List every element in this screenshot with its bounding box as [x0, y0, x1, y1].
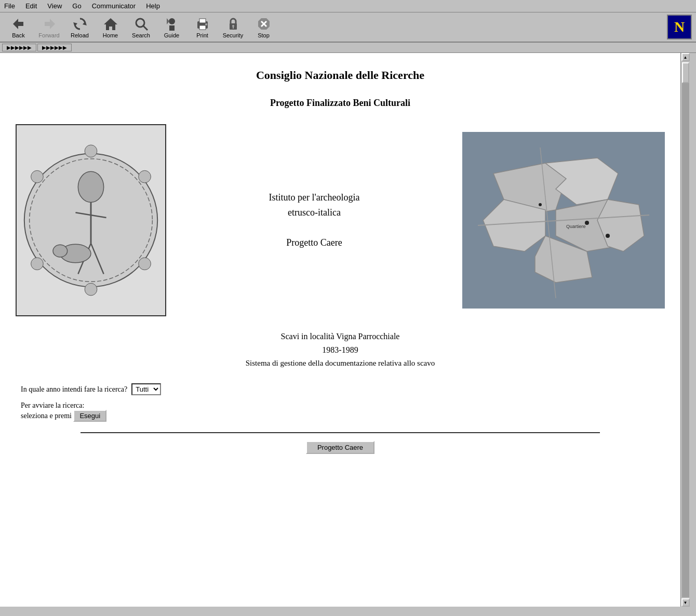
security-icon: [225, 16, 242, 32]
svg-point-29: [53, 245, 68, 257]
svg-point-32: [31, 258, 44, 270]
page-subtitle: Progetto Finalizzato Beni Culturali: [16, 98, 665, 109]
prompt-text: Per avviare la ricerca: seleziona e prem…: [21, 401, 106, 422]
security-label: Security: [223, 32, 244, 38]
center-text: Istituto per l'archeologia etrusco-itali…: [258, 190, 370, 250]
esegui-button[interactable]: Esegui: [73, 410, 106, 422]
search-icon: [133, 16, 150, 32]
page-title: Consiglio Nazionale delle Ricerche: [16, 69, 665, 82]
scavi-text-line2: 1983-1989: [16, 345, 665, 355]
svg-point-35: [85, 283, 97, 296]
home-button[interactable]: Home: [96, 15, 125, 39]
content-area: Consiglio Nazionale delle Ricerche Proge…: [0, 53, 680, 607]
toolbar: Back Forward Reload Home: [0, 12, 696, 43]
stop-button[interactable]: Stop: [249, 15, 278, 39]
location-tabs: ▶▶▶▶▶▶ ▶▶▶▶▶▶: [2, 44, 72, 51]
forward-icon: [41, 16, 58, 32]
menu-edit[interactable]: Edit: [23, 1, 39, 11]
stop-label: Stop: [258, 32, 270, 38]
svg-point-33: [139, 258, 151, 270]
svg-point-23: [78, 171, 103, 202]
guide-button[interactable]: Guide: [157, 15, 186, 39]
location-bar: ▶▶▶▶▶▶ ▶▶▶▶▶▶: [0, 43, 696, 53]
svg-text:Quartiere: Quartiere: [566, 224, 586, 229]
prompt-line2: seleziona e premi: [21, 412, 72, 420]
home-label: Home: [103, 32, 118, 38]
middle-section: Istituto per l'archeologia etrusco-itali…: [16, 124, 665, 316]
svg-marker-2: [83, 21, 87, 25]
search-label: Search: [132, 32, 150, 38]
menu-view[interactable]: View: [45, 1, 64, 11]
stop-icon: [256, 16, 272, 32]
bottom-button-area: Progetto Caere: [16, 441, 665, 454]
svg-point-7: [169, 18, 175, 24]
svg-marker-9: [167, 18, 169, 24]
svg-line-6: [143, 26, 148, 30]
progetto-caere-button[interactable]: Progetto Caere: [306, 441, 374, 454]
progetto-caere-text: Progetto Caere: [269, 235, 359, 250]
netscape-logo: N: [667, 15, 692, 39]
institute-line1: Istituto per l'archeologia: [269, 190, 359, 205]
menu-file[interactable]: File: [2, 1, 17, 11]
menu-go[interactable]: Go: [70, 1, 83, 11]
guide-label: Guide: [164, 32, 179, 38]
forward-button[interactable]: Forward: [35, 15, 63, 39]
svg-point-31: [139, 170, 151, 183]
institute-line2: etrusco-italica: [269, 205, 359, 220]
svg-rect-11: [199, 19, 206, 23]
reload-label: Reload: [71, 32, 89, 38]
scrollbar-thumb[interactable]: [682, 62, 689, 83]
browser-window: Consiglio Nazionale delle Ricerche Proge…: [0, 53, 696, 607]
svg-point-48: [539, 203, 542, 206]
svg-rect-8: [169, 25, 175, 31]
prompt-row: Per avviare la ricerca: seleziona e prem…: [21, 401, 665, 422]
print-button[interactable]: Print: [188, 15, 217, 39]
location-tab-1[interactable]: ▶▶▶▶▶▶: [2, 44, 36, 51]
question-row: In quale anno intendi fare la ricerca? T…: [21, 383, 665, 395]
menu-bar: File Edit View Go Communicator Help: [0, 0, 696, 12]
svg-point-34: [85, 145, 97, 157]
back-label: Back: [12, 32, 24, 38]
menu-communicator[interactable]: Communicator: [90, 1, 138, 11]
forward-label: Forward: [38, 32, 59, 38]
svg-point-30: [31, 170, 44, 183]
security-button[interactable]: Security: [219, 15, 247, 39]
divider-line: [81, 432, 600, 433]
search-button[interactable]: Search: [127, 15, 155, 39]
scrollbar-track[interactable]: [682, 62, 689, 597]
year-select[interactable]: Tutti 1983 1984 1985 1986 1987 1988 1989: [131, 383, 161, 395]
svg-marker-3: [73, 22, 77, 26]
sistema-text: Sistema di gestione della documentazione…: [16, 359, 665, 368]
back-button[interactable]: Back: [4, 15, 33, 39]
svg-point-15: [232, 25, 234, 27]
scrollbar: ▲ ▼: [680, 53, 690, 607]
menu-help[interactable]: Help: [144, 1, 162, 11]
print-label: Print: [196, 32, 208, 38]
map-image: Quartiere: [462, 132, 665, 309]
svg-rect-12: [199, 25, 206, 30]
scavi-text-line1: Scavi in località Vigna Parrocchiale: [16, 332, 665, 341]
form-area: In quale anno intendi fare la ricerca? T…: [21, 383, 665, 422]
scroll-up-button[interactable]: ▲: [681, 53, 690, 61]
location-tab-2[interactable]: ▶▶▶▶▶▶: [37, 44, 72, 51]
scroll-down-button[interactable]: ▼: [681, 598, 690, 607]
svg-point-5: [136, 19, 144, 27]
svg-point-13: [205, 23, 207, 25]
etruscan-image: [16, 124, 166, 316]
back-icon: [10, 16, 27, 32]
reload-icon: [72, 16, 88, 32]
reload-button[interactable]: Reload: [65, 15, 94, 39]
svg-point-46: [585, 221, 589, 225]
home-icon: [102, 16, 119, 32]
svg-marker-0: [13, 19, 23, 29]
prompt-line1: Per avviare la ricerca:: [21, 401, 84, 409]
svg-point-47: [606, 234, 610, 238]
svg-marker-4: [104, 18, 117, 30]
svg-marker-1: [45, 19, 55, 29]
guide-icon: [164, 16, 180, 32]
question-label: In quale anno intendi fare la ricerca?: [21, 385, 127, 394]
print-icon: [194, 16, 211, 32]
